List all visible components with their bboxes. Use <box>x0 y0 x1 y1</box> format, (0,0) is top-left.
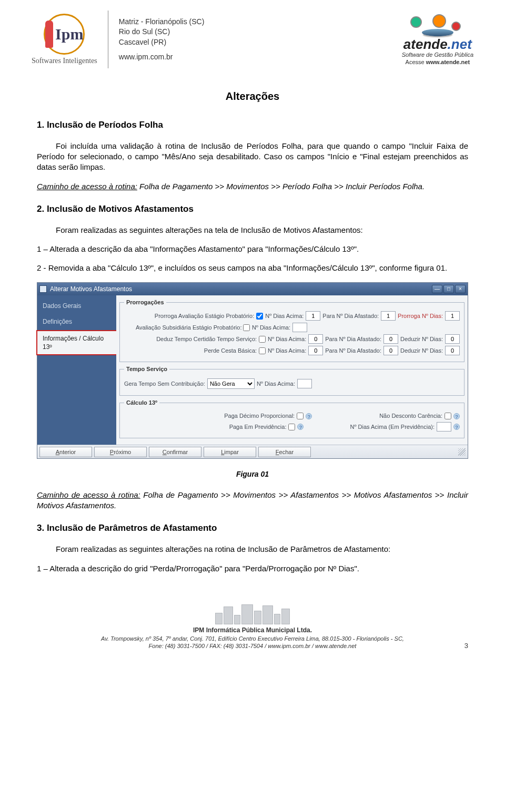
label-dias-acima-prev: Nº Dias Acima (Em Previdência): <box>350 423 435 431</box>
label-dias-acima-4: Nº Dias Acima: <box>268 347 306 355</box>
section-1-paragraph: Foi incluída uma validação à rotina de I… <box>37 141 468 173</box>
anterior-button[interactable]: Anterior <box>39 447 92 457</box>
addr-line-3: Cascavel (PR) <box>119 37 205 48</box>
input-deduzir-dias-3[interactable] <box>445 334 460 344</box>
select-gera-tempo[interactable]: Não Gera <box>207 378 255 389</box>
label-avaliacao-subsidiaria: Avaliação Subsidiária Estágio Probatório… <box>136 324 241 332</box>
maximize-button[interactable]: □ <box>443 285 454 293</box>
atende-subtitle: Software de Gestão Pública <box>402 52 473 58</box>
input-dias-acima-3[interactable] <box>308 334 323 344</box>
company-address-block: Matriz - Florianópolis (SC) Rio do Sul (… <box>119 17 205 62</box>
help-icon[interactable]: ? <box>297 424 304 430</box>
legend-tempo-servico: Tempo Serviço <box>124 365 169 373</box>
left-nav: Dados Gerais Definições Informações / Cá… <box>37 295 116 445</box>
checkbox-paga-previdencia[interactable] <box>288 424 295 430</box>
section-3-item-1: 1 – Alterada a descrição do grid "Perda/… <box>37 563 468 574</box>
help-icon[interactable]: ? <box>453 424 460 430</box>
ipm-tagline: Softwares Inteligentes <box>32 57 97 65</box>
section-3-heading: 3. Inclusão de Parâmetros de Afastamento <box>37 522 468 535</box>
fieldset-calculo-13: Cálculo 13º Paga Décimo Proporcional: ? … <box>119 399 464 438</box>
confirmar-button[interactable]: Confirmar <box>149 447 201 457</box>
help-icon[interactable]: ? <box>306 413 312 419</box>
label-dias-acima-2: Nº Dias Acima: <box>252 324 290 332</box>
proximo-button[interactable]: Próximo <box>94 447 147 457</box>
fieldset-prorrogacoes: Prorrogações Prorroga Avaliação Estágio … <box>119 299 464 363</box>
section-1-heading: 1. Inclusão de Períodos Folha <box>37 119 468 131</box>
addr-line-2: Rio do Sul (SC) <box>119 27 205 37</box>
ipm-logo-icon: Ipm <box>44 14 85 55</box>
label-dias-acima-1: Nº Dias Acima: <box>265 312 304 320</box>
atende-icon <box>406 14 469 33</box>
window-title: Alterar Motivos Afastamentos <box>50 285 431 293</box>
page-title: Alterações <box>37 89 468 104</box>
input-dias-acima-1[interactable] <box>306 311 320 321</box>
right-panel: Prorrogações Prorroga Avaliação Estágio … <box>116 295 468 445</box>
legend-calculo-13: Cálculo 13º <box>124 399 159 407</box>
label-deduzir-dias-4: Deduzir Nº Dias: <box>400 347 443 355</box>
label-prorroga-dias: Prorroga Nº Dias: <box>398 312 443 320</box>
input-dias-acima-5[interactable] <box>297 379 312 388</box>
input-dias-acima-prev[interactable] <box>437 422 451 431</box>
label-dias-acima-3: Nº Dias Acima: <box>268 335 306 343</box>
section-2-item-1: 1 – Alterada a descrição da aba "Informa… <box>37 244 468 254</box>
label-perde-cesta: Perde Cesta Básica: <box>152 347 257 355</box>
legend-prorrogacoes: Prorrogações <box>124 299 166 306</box>
fieldset-tempo-servico: Tempo Serviço Gera Tempo Sem Contribuiçã… <box>119 365 464 396</box>
input-prorroga-dias[interactable] <box>445 311 460 321</box>
nav-item-dados-gerais[interactable]: Dados Gerais <box>37 299 116 313</box>
ipm-logo-text: Ipm <box>55 25 83 43</box>
checkbox-prorroga-avaliacao[interactable] <box>256 313 263 320</box>
checkbox-paga-decimo[interactable] <box>297 413 304 419</box>
nav-item-definicoes[interactable]: Definições <box>37 314 116 329</box>
section-2-item-2: 2 - Removida a aba "Cálculo 13º", e incl… <box>37 263 468 273</box>
close-button[interactable]: × <box>455 285 466 293</box>
page-number: 3 <box>464 642 468 650</box>
window-icon <box>39 285 47 293</box>
figure-caption: Figura 01 <box>37 469 468 479</box>
minimize-button[interactable]: — <box>432 285 442 293</box>
page-header: Ipm Softwares Inteligentes Matriz - Flor… <box>0 0 505 74</box>
label-para-dia-afastado-3: Para Nº Dia Afastado: <box>325 335 381 343</box>
section-2-intro: Foram realizadas as seguintes alterações… <box>37 225 468 235</box>
label-deduzir-dias-3: Deduzir Nº Dias: <box>400 335 443 343</box>
label-gera-tempo: Gera Tempo Sem Contribuição: <box>124 380 205 388</box>
label-para-dia-afastado-4: Para Nº Dia Afastado: <box>325 347 381 355</box>
label-paga-decimo: Paga Décimo Proporcional: <box>224 412 295 420</box>
atende-brand: atende.net <box>403 36 472 53</box>
limpar-button[interactable]: Limpar <box>204 447 256 457</box>
checkbox-avaliacao-subsidiaria[interactable] <box>243 324 250 331</box>
bottom-toolbar: Anterior Próximo Confirmar Limpar Fechar <box>37 445 468 458</box>
resize-grip-icon[interactable] <box>458 448 466 456</box>
section-3-intro: Foram realizadas as seguintes alterações… <box>37 544 468 554</box>
input-para-dia-afastado-1[interactable] <box>381 311 396 321</box>
input-dias-acima-2[interactable] <box>292 323 307 332</box>
titlebar: Alterar Motivos Afastamentos — □ × <box>37 283 468 295</box>
footer-addr-2: Fone: (48) 3031-7500 / FAX: (48) 3031-75… <box>32 642 473 650</box>
page-footer: IPM Informática Pública Municipal Ltda. … <box>0 598 505 661</box>
input-dias-acima-4[interactable] <box>308 346 323 355</box>
checkbox-nao-desconto[interactable] <box>445 413 451 419</box>
fechar-button[interactable]: Fechar <box>258 447 311 457</box>
label-paga-previdencia: Paga Em Previdência: <box>229 423 287 431</box>
label-deduz-tempo: Deduz Tempo Certidão Tempo Serviço: <box>152 335 257 343</box>
nav-item-informacoes-calculo[interactable]: Informações / Cálculo 13º <box>36 330 116 355</box>
addr-line-1: Matriz - Florianópolis (SC) <box>119 17 205 27</box>
label-dias-acima-5: Nº Dias Acima: <box>257 380 295 388</box>
input-para-dia-afastado-4[interactable] <box>383 346 398 355</box>
skyline-icon <box>32 603 473 624</box>
input-deduzir-dias-4[interactable] <box>445 346 460 355</box>
checkbox-perde-cesta[interactable] <box>259 347 266 354</box>
help-icon[interactable]: ? <box>453 413 460 419</box>
company-site: www.ipm.com.br <box>119 52 205 63</box>
footer-company: IPM Informática Pública Municipal Ltda. <box>32 626 473 634</box>
atende-logo: atende.net Software de Gestão Pública Ac… <box>402 14 473 65</box>
checkbox-deduz-tempo[interactable] <box>259 336 266 343</box>
input-para-dia-afastado-3[interactable] <box>383 334 398 344</box>
section-2-heading: 2. Inclusão de Motivos Afastamentos <box>37 203 468 215</box>
label-para-dia-afastado-1: Para Nº Dia Afastado: <box>322 312 379 320</box>
header-divider <box>108 11 108 68</box>
footer-addr-1: Av. Trompowsky, nº 354, 7º andar, Conj. … <box>32 635 473 642</box>
app-window: Alterar Motivos Afastamentos — □ × Dados… <box>37 282 468 459</box>
label-prorroga-avaliacao: Prorroga Avaliação Estágio Probatório: <box>149 312 254 320</box>
document-body: Alterações 1. Inclusão de Períodos Folha… <box>0 74 505 598</box>
